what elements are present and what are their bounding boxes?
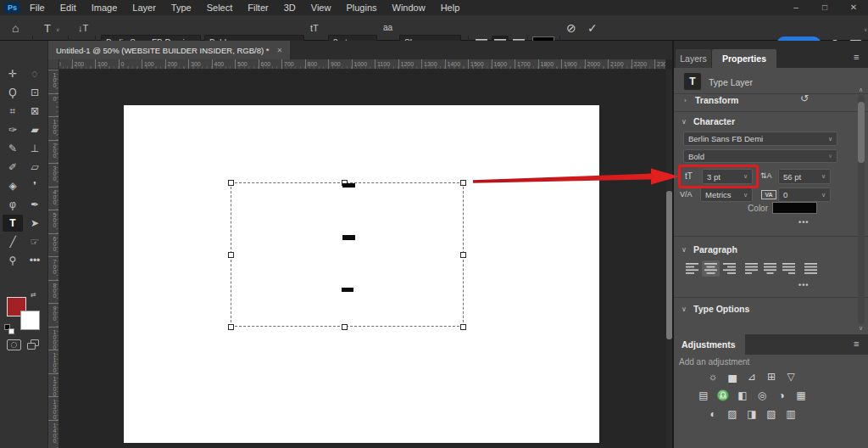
para-justify-last-left-button[interactable] bbox=[743, 260, 760, 277]
panel-menu-icon[interactable]: ≡ bbox=[854, 52, 859, 62]
char-kerning-select[interactable]: Metrics ∨ bbox=[700, 188, 753, 202]
background-color-swatch[interactable] bbox=[20, 311, 40, 330]
scroll-up-icon[interactable]: ∧ bbox=[859, 87, 863, 93]
tab-adjustments[interactable]: Adjustments bbox=[674, 334, 745, 355]
menu-item[interactable]: Layer bbox=[125, 0, 164, 15]
para-justify-last-right-button[interactable] bbox=[780, 260, 798, 277]
healing-brush-tool[interactable]: ▰ bbox=[25, 121, 45, 138]
vibrance-icon[interactable]: ▽ bbox=[784, 370, 798, 383]
section-type-options[interactable]: Type Options bbox=[693, 304, 749, 314]
brightness-contrast-icon[interactable]: ☼ bbox=[706, 370, 720, 383]
photo-filter-icon[interactable]: ◎ bbox=[755, 389, 769, 401]
para-justify-all-button[interactable] bbox=[802, 260, 820, 277]
home-icon[interactable]: ⌂ bbox=[12, 21, 19, 35]
selective-color-icon[interactable]: ▥ bbox=[784, 407, 798, 420]
char-font-family-select[interactable]: Berlin Sans FB Demi ∨ bbox=[683, 132, 837, 146]
color-lookup-icon[interactable]: ▦ bbox=[794, 389, 808, 401]
line-tool[interactable]: ╱ bbox=[3, 233, 23, 250]
minimize-icon[interactable]: – bbox=[782, 0, 810, 15]
char-font-style-select[interactable]: Bold ∨ bbox=[683, 149, 837, 163]
reset-icon[interactable]: ↺ bbox=[800, 92, 809, 104]
para-align-center-button[interactable] bbox=[702, 260, 720, 277]
menu-item[interactable]: Type bbox=[164, 0, 199, 15]
exposure-icon[interactable]: ⊞ bbox=[765, 370, 778, 383]
type-tool-icon[interactable]: T bbox=[44, 22, 51, 35]
hue-saturation-icon[interactable]: ▤ bbox=[697, 389, 710, 401]
menu-item[interactable]: Edit bbox=[53, 0, 84, 15]
marquee-tool[interactable]: ◌ bbox=[25, 65, 45, 82]
chevron-down-icon[interactable]: ∨ bbox=[682, 246, 687, 254]
cancel-icon[interactable]: ⊘ bbox=[566, 21, 576, 35]
channel-mixer-icon[interactable]: ◑ bbox=[775, 389, 788, 401]
panel-scrollbar-thumb[interactable] bbox=[858, 102, 865, 163]
menu-item[interactable]: File bbox=[22, 0, 53, 15]
posterize-icon[interactable]: ▨ bbox=[726, 407, 739, 420]
scroll-down-icon[interactable]: ∨ bbox=[859, 325, 863, 332]
para-justify-last-center-button[interactable] bbox=[761, 260, 779, 277]
section-paragraph[interactable]: Paragraph bbox=[693, 244, 737, 255]
tab-close-icon[interactable]: ✕ bbox=[276, 47, 282, 54]
resize-handle[interactable] bbox=[460, 252, 466, 258]
panel-menu-icon[interactable]: ≡ bbox=[854, 339, 859, 349]
eyedropper-tool[interactable]: ✑ bbox=[3, 121, 23, 138]
threshold-icon[interactable]: ◨ bbox=[745, 407, 759, 420]
tab-layers[interactable]: Layers bbox=[676, 49, 711, 68]
frame-tool[interactable]: ⊠ bbox=[25, 103, 45, 120]
edit-toolbar[interactable]: ••• bbox=[25, 252, 45, 269]
curves-icon[interactable]: ⊿ bbox=[745, 370, 759, 383]
para-align-left-button[interactable] bbox=[683, 260, 701, 277]
menu-item[interactable]: View bbox=[303, 0, 339, 15]
chevron-down-icon[interactable]: ∨ bbox=[682, 118, 687, 126]
text-orientation-icon[interactable]: ↓T bbox=[78, 23, 88, 33]
chevron-down-icon[interactable]: ∨ bbox=[682, 305, 687, 313]
path-selection-tool[interactable]: ➤ bbox=[25, 215, 45, 232]
close-icon[interactable]: ✕ bbox=[839, 0, 868, 15]
pen-tool[interactable]: ✒ bbox=[25, 196, 45, 213]
canvas-scrollbar-thumb[interactable] bbox=[666, 191, 672, 339]
chevron-right-icon[interactable]: › bbox=[684, 97, 687, 104]
menu-item[interactable]: 3D bbox=[276, 0, 303, 15]
document-tab[interactable]: Untitled-1 @ 50% (WEBSITE BUILDER INSIDE… bbox=[48, 41, 290, 59]
object-selection-tool[interactable]: ⊡ bbox=[25, 84, 45, 101]
text-bounding-box[interactable] bbox=[231, 182, 464, 327]
section-transform[interactable]: Transform bbox=[695, 95, 738, 105]
resize-handle[interactable] bbox=[228, 252, 234, 258]
tab-properties[interactable]: Properties bbox=[712, 49, 776, 68]
section-character[interactable]: Character bbox=[693, 116, 735, 126]
gradient-tool[interactable]: ◈ bbox=[3, 177, 23, 194]
black-white-icon[interactable]: ◧ bbox=[736, 389, 749, 401]
menu-item[interactable]: Window bbox=[385, 0, 433, 15]
quick-mask-icon[interactable] bbox=[7, 339, 21, 350]
dodge-tool[interactable]: φ bbox=[3, 196, 23, 213]
resize-handle[interactable] bbox=[228, 180, 234, 186]
menu-item[interactable]: Select bbox=[199, 0, 241, 15]
resize-handle[interactable] bbox=[228, 324, 234, 330]
char-leading-select[interactable]: 56 pt ∨ bbox=[778, 169, 831, 184]
restore-icon[interactable]: □ bbox=[810, 0, 839, 15]
char-color-swatch[interactable] bbox=[772, 202, 817, 214]
brush-tool[interactable]: ✎ bbox=[3, 140, 23, 157]
lasso-tool[interactable]: Ϙ bbox=[3, 84, 23, 101]
screen-mode-icon[interactable] bbox=[27, 339, 40, 350]
menu-item[interactable]: Filter bbox=[240, 0, 275, 15]
hand-tool[interactable]: ☞ bbox=[25, 233, 45, 250]
menu-item[interactable]: Plugins bbox=[338, 0, 384, 15]
resize-handle[interactable] bbox=[460, 180, 466, 186]
blur-tool[interactable]: ❜ bbox=[25, 177, 45, 194]
history-brush-tool[interactable]: ✐ bbox=[3, 159, 23, 176]
para-align-right-button[interactable] bbox=[721, 260, 738, 277]
menu-item[interactable]: Image bbox=[84, 0, 125, 15]
commit-icon[interactable]: ✓ bbox=[587, 21, 598, 35]
resize-handle[interactable] bbox=[460, 324, 466, 330]
gradient-map-icon[interactable]: ▧ bbox=[765, 407, 778, 420]
resize-handle[interactable] bbox=[342, 324, 348, 330]
more-options-icon[interactable]: ••• bbox=[798, 281, 809, 289]
menu-item[interactable]: Help bbox=[433, 0, 468, 15]
invert-icon[interactable]: ◐ bbox=[706, 407, 720, 420]
clone-stamp-tool[interactable]: ⊥ bbox=[25, 140, 45, 157]
type-tool[interactable]: T bbox=[3, 215, 23, 232]
levels-icon[interactable]: ▅ bbox=[726, 370, 739, 383]
default-colors-icon[interactable] bbox=[4, 324, 15, 335]
char-tracking-select[interactable]: 0 ∨ bbox=[778, 188, 831, 202]
crop-tool[interactable]: ⌗ bbox=[3, 103, 23, 120]
